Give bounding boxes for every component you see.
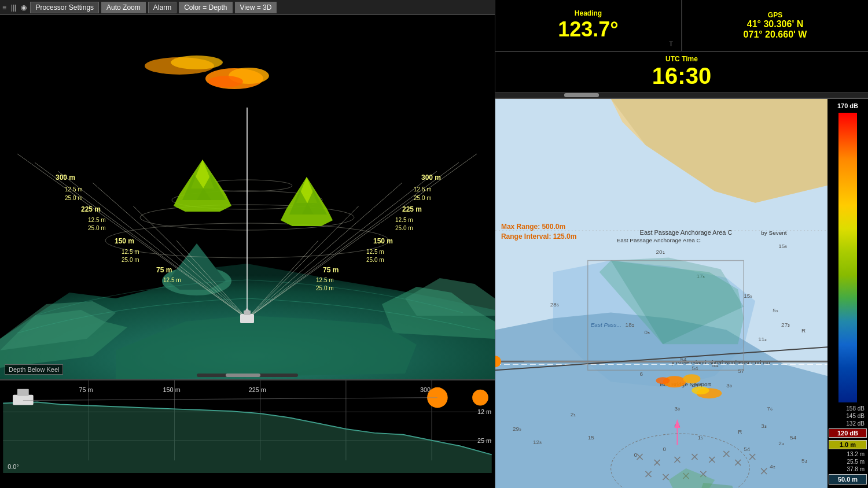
svg-text:54: 54 — [790, 434, 797, 441]
svg-text:0.0°: 0.0° — [8, 463, 19, 470]
nautical-chart-svg: Max Range: 500.0m Range Interval: 125.0m… — [495, 99, 827, 488]
svg-point-151 — [683, 374, 700, 383]
svg-text:12.5 m: 12.5 m — [163, 277, 181, 283]
scale-37m: 37.8 m — [829, 465, 867, 473]
svg-text:by Sevent: by Sevent — [761, 230, 787, 236]
bars-icon[interactable]: ||| — [9, 3, 19, 12]
svg-text:6: 6 — [640, 371, 643, 377]
chart-scroll-track — [495, 93, 868, 98]
chart-area[interactable]: Max Range: 500.0m Range Interval: 125.0m… — [495, 98, 868, 488]
scale-132: 132 dB — [829, 420, 867, 427]
svg-text:12 m: 12 m — [477, 408, 491, 415]
svg-text:12.5 m: 12.5 m — [65, 186, 83, 193]
svg-text:225 m: 225 m — [81, 205, 101, 213]
color-gradient — [838, 113, 857, 402]
svg-text:25.0 m: 25.0 m — [88, 225, 106, 231]
svg-point-84 — [472, 390, 488, 406]
alarm-btn[interactable]: Alarm — [148, 2, 176, 13]
gps-lon: 071° 20.660' W — [744, 29, 807, 40]
svg-rect-81 — [13, 395, 34, 405]
svg-point-154 — [692, 386, 709, 394]
svg-text:East Passage Anchorage Area C: East Passage Anchorage Area C — [617, 237, 701, 243]
svg-text:25.0 m: 25.0 m — [122, 257, 139, 263]
chart-scroll-handle[interactable] — [564, 93, 599, 97]
right-panel: Heading 123.7° T GPS 41° 30.306' N 071° … — [495, 0, 868, 488]
svg-text:75 m: 75 m — [79, 386, 93, 393]
svg-text:12.5 m: 12.5 m — [316, 277, 334, 283]
svg-text:15: 15 — [588, 434, 595, 441]
svg-text:3₉: 3₉ — [726, 382, 732, 389]
svg-text:3₃: 3₃ — [761, 423, 767, 429]
svg-text:15₈: 15₈ — [778, 243, 787, 249]
scale-120db-highlight: 120 dB — [829, 428, 867, 438]
svg-text:150 m: 150 m — [373, 237, 393, 245]
svg-text:12.5 m: 12.5 m — [366, 249, 384, 255]
depth-below-keel-label: Depth Below Keel — [5, 364, 63, 375]
svg-text:225 m: 225 m — [249, 386, 266, 393]
svg-text:25.0 m: 25.0 m — [395, 225, 413, 231]
scale-145: 145 dB — [829, 412, 867, 420]
svg-point-152 — [656, 377, 670, 384]
svg-rect-27 — [244, 310, 251, 315]
svg-text:225 m: 225 m — [402, 205, 422, 213]
svg-text:27₃: 27₃ — [781, 321, 790, 328]
svg-rect-66 — [226, 374, 260, 377]
svg-text:0: 0 — [663, 446, 666, 452]
svg-text:East Pass...: East Pass... — [591, 321, 621, 328]
svg-text:150 m: 150 m — [115, 237, 134, 245]
gps-lat: 41° 30.306' N — [747, 19, 803, 29]
svg-point-33 — [171, 56, 223, 69]
scale-top-label: 170 dB — [837, 101, 858, 110]
utc-value: 16:30 — [652, 63, 711, 89]
scale-13m: 13.2 m — [829, 450, 867, 458]
heading-value: 123.7° — [558, 17, 618, 42]
svg-text:R: R — [801, 327, 806, 334]
color-depth-btn[interactable]: Color = Depth — [179, 2, 232, 13]
svg-text:12.5 m: 12.5 m — [122, 249, 139, 255]
color-scale-bar: 170 dB 158 dB 145 dB 132 dB 120 dB 1.0 m… — [827, 99, 868, 488]
view-3d-btn[interactable]: View = 3D — [235, 2, 277, 13]
auto-zoom-btn[interactable]: Auto Zoom — [101, 2, 146, 13]
utc-label: UTC Time — [665, 55, 698, 63]
svg-text:25.0 m: 25.0 m — [316, 285, 334, 291]
gps-box: GPS 41° 30.306' N 071° 20.660' W — [682, 0, 868, 51]
svg-text:29₅: 29₅ — [513, 426, 521, 432]
svg-text:300 m: 300 m — [56, 173, 75, 182]
sonar-terrain-svg: 300 m 12.5 m 25.0 m 225 m 12.5 m 25.0 m … — [0, 15, 495, 379]
processor-settings-btn[interactable]: Processor Settings — [30, 2, 99, 13]
svg-text:3₈: 3₈ — [674, 405, 680, 412]
utc-box: UTC Time 16:30 — [495, 52, 868, 93]
svg-point-31 — [208, 76, 243, 87]
svg-text:East Passage Anchorage Area C: East Passage Anchorage Area C — [640, 229, 733, 236]
svg-text:75 m: 75 m — [323, 266, 339, 274]
svg-text:28₅: 28₅ — [550, 301, 559, 308]
heading-label: Heading — [575, 9, 602, 17]
scale-1m-highlight: 1.0 m — [829, 440, 867, 449]
menu-icon[interactable]: ≡ — [0, 3, 9, 12]
svg-text:Range Interval: 125.0m: Range Interval: 125.0m — [501, 232, 576, 241]
svg-text:25 m: 25 m — [477, 437, 491, 444]
svg-text:11₂: 11₂ — [758, 336, 767, 342]
svg-text:54: 54 — [744, 446, 751, 452]
heading-box: Heading 123.7° T — [495, 0, 682, 51]
svg-text:75 m: 75 m — [156, 266, 172, 274]
instrument-top-row: Heading 123.7° T GPS 41° 30.306' N 071° … — [495, 0, 868, 52]
svg-text:20₁: 20₁ — [656, 249, 665, 255]
audio-icon[interactable]: ◉ — [19, 3, 29, 12]
profile-svg: 75 m 150 m 225 m 300 m 12 m 25 m 0.0° — [0, 380, 495, 473]
svg-text:18₂: 18₂ — [626, 321, 634, 328]
scale-50m-highlight: 50.0 m — [829, 474, 867, 485]
svg-text:0₃: 0₃ — [645, 329, 650, 335]
svg-rect-82 — [17, 389, 29, 396]
heading-t-label: T — [669, 40, 673, 47]
svg-rect-26 — [240, 314, 254, 323]
svg-text:150 m: 150 m — [163, 386, 181, 393]
gps-label: GPS — [768, 11, 782, 19]
svg-text:12₈: 12₈ — [533, 439, 542, 445]
svg-text:12.5 m: 12.5 m — [395, 217, 413, 223]
svg-text:5₁: 5₁ — [773, 307, 778, 313]
bottom-profile-panel: 75 m 150 m 225 m 300 m 12 m 25 m 0.0° — [0, 379, 495, 473]
svg-text:15₅: 15₅ — [744, 293, 752, 299]
svg-text:7₆: 7₆ — [767, 405, 773, 412]
toolbar: ≡ ||| ◉ Processor Settings Auto Zoom Ala… — [0, 0, 495, 15]
